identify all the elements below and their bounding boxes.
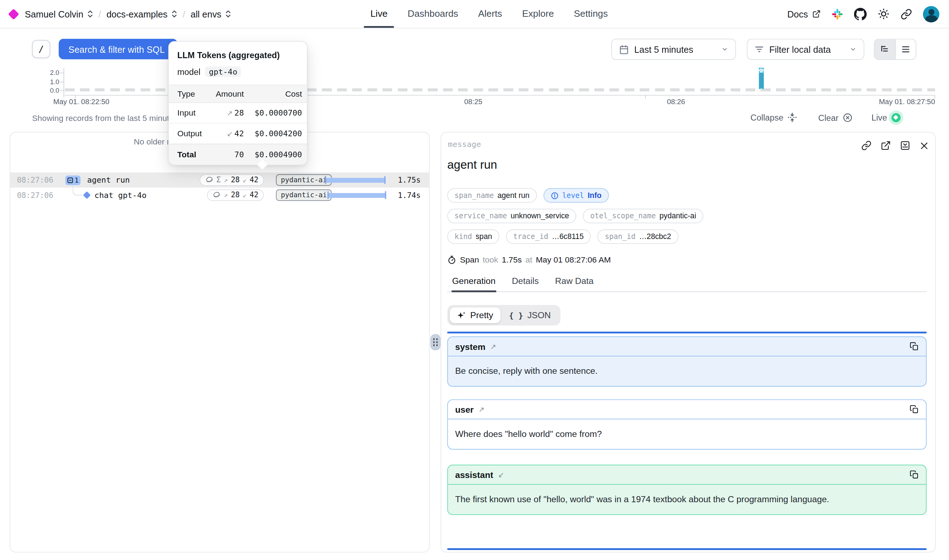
open-external-icon[interactable] <box>880 140 891 151</box>
x-axis-tick-label: 08:26 <box>667 97 685 106</box>
message-block-assistant: assistant ↙ The first known use of "hell… <box>448 465 927 515</box>
span-diamond-icon <box>83 191 91 199</box>
slack-icon[interactable] <box>832 8 843 20</box>
close-icon[interactable] <box>920 140 929 150</box>
theme-sun-icon[interactable] <box>878 8 890 20</box>
flat-list-button[interactable] <box>895 39 916 59</box>
search-shortcut-kbd[interactable]: / <box>32 40 50 58</box>
message-header: assistant ↙ <box>448 466 926 485</box>
tab-live[interactable]: Live <box>370 0 388 28</box>
copy-icon[interactable] <box>910 342 919 351</box>
col-cost: Cost <box>244 89 302 98</box>
duration-text: 1.75s <box>398 175 421 184</box>
records-histogram: 2.0 1.0 0.0 May 01. 08:22:50 08:25 08:26… <box>0 63 949 108</box>
chevron-down-icon <box>721 46 728 53</box>
tab-details[interactable]: Details <box>512 276 539 286</box>
row-cost: $0.0000700 <box>244 108 302 117</box>
pretty-label: Pretty <box>470 310 493 320</box>
attribute-pills-row: kind span trace_id …6c8115 span_id …28cb… <box>448 229 678 244</box>
took-at-word: at <box>526 255 532 264</box>
tree-connector <box>73 185 82 195</box>
detail-tabs: Generation Details Raw Data <box>448 276 927 292</box>
tab-explore[interactable]: Explore <box>522 0 554 28</box>
pill-value: unknown_service <box>511 212 569 220</box>
trace-row-chat-gpt4o[interactable]: 08:27:06 chat gpt-4o ↗28 ↙42 pydantic-ai… <box>10 188 429 203</box>
duration-bar <box>328 192 386 198</box>
clear-button[interactable]: Clear <box>818 113 853 123</box>
message-block-user: user ↗ Where does "hello world" come fro… <box>448 400 927 450</box>
tree-view-button[interactable] <box>874 39 895 59</box>
record-kind-label: message <box>448 140 481 149</box>
pill-value: pydantic-ai <box>660 212 697 220</box>
took-span-word: Span <box>460 255 479 264</box>
pill-level[interactable]: level Info <box>543 188 609 203</box>
tab-alerts[interactable]: Alerts <box>478 0 502 28</box>
pill-key: kind <box>455 232 472 241</box>
attribute-pills-row: service_name unknown_service otel_scope_… <box>448 209 704 223</box>
input-arrow-icon: ↗ <box>227 109 232 117</box>
pretty-toggle-button[interactable]: Pretty <box>449 308 500 323</box>
x-axis-start-label: May 01. 08:22:50 <box>53 97 109 106</box>
tab-dashboards[interactable]: Dashboards <box>408 0 458 28</box>
collapse-button[interactable]: Collapse <box>751 113 797 122</box>
role-label: user <box>455 405 474 414</box>
output-arrow-icon: ↙ <box>243 176 246 184</box>
filter-local-data-dropdown[interactable]: Filter local data <box>747 39 864 60</box>
tab-raw-data[interactable]: Raw Data <box>555 276 594 286</box>
pill-kind[interactable]: kind span <box>448 229 500 244</box>
user-avatar[interactable] <box>923 6 939 22</box>
x-axis-end-label: May 01. 08:27:50 <box>879 97 935 106</box>
input-arrow-icon: ↗ <box>224 191 228 198</box>
span-duration-line: Span took 1.75s at May 01 08:27:06 AM <box>448 255 611 264</box>
scope-tag[interactable]: pydantic-ai <box>276 174 332 186</box>
square-minus-icon <box>67 177 73 183</box>
coin-icon <box>205 175 213 184</box>
pill-span-name[interactable]: span_name agent run <box>448 188 537 203</box>
copy-icon[interactable] <box>910 470 919 479</box>
breadcrumb-org[interactable]: Samuel Colvin <box>25 9 93 19</box>
pill-otel-scope[interactable]: otel_scope_name pydantic-ai <box>583 209 703 223</box>
copy-link-icon[interactable] <box>861 140 872 151</box>
histogram-bar[interactable] <box>759 68 764 89</box>
time-range-dropdown[interactable]: Last 5 minutes <box>611 39 736 60</box>
tooltip-row-output: Output ↙42 $0.0004200 <box>169 123 307 144</box>
breadcrumb-project[interactable]: docs-examples <box>106 9 177 19</box>
pill-span-id[interactable]: span_id …28cbc2 <box>598 229 678 244</box>
github-icon[interactable] <box>854 8 867 20</box>
showing-records-text: Showing records from the last 5 minutes <box>32 114 178 123</box>
scope-tag[interactable]: pydantic-ai <box>276 189 332 200</box>
panel-resize-grip[interactable] <box>430 334 441 350</box>
stopwatch-icon <box>448 255 456 264</box>
pill-key: trace_id <box>514 232 548 241</box>
search-sql-button[interactable]: Search & filter with SQL <box>59 39 177 60</box>
took-word: took <box>483 255 498 264</box>
collapse-label: Collapse <box>751 113 783 122</box>
token-usage-pill[interactable]: ↗28 ↙42 <box>207 189 264 200</box>
updown-chevrons-icon <box>87 10 93 18</box>
pill-trace-id[interactable]: trace_id …6c8115 <box>506 229 591 244</box>
collapse-icon <box>788 113 797 122</box>
col-amount: Amount <box>215 89 244 98</box>
token-usage-pill[interactable]: Σ ↗28 ↙42 <box>200 174 264 186</box>
pill-key: otel_scope_name <box>591 212 656 220</box>
copy-icon[interactable] <box>910 405 919 414</box>
output-arrow-icon: ↙ <box>227 130 232 137</box>
output-tokens: 42 <box>250 191 258 199</box>
tab-generation[interactable]: Generation <box>452 276 495 286</box>
dock-panel-icon[interactable] <box>900 140 911 151</box>
collapse-children-badge[interactable]: 1 <box>65 175 80 185</box>
braces-icon: { } <box>509 311 523 320</box>
docs-link[interactable]: Docs <box>788 9 821 19</box>
span-name: agent run <box>87 175 130 184</box>
pill-service-name[interactable]: service_name unknown_service <box>448 209 577 223</box>
share-link-icon[interactable] <box>900 8 912 20</box>
span-detail-panel: message agent run span_name agent run le… <box>441 132 936 552</box>
tab-settings[interactable]: Settings <box>574 0 608 28</box>
json-toggle-button[interactable]: { } JSON <box>501 308 558 323</box>
chevron-down-icon <box>850 46 857 53</box>
live-toggle[interactable]: Live <box>872 113 900 122</box>
breadcrumb-env[interactable]: all envs <box>191 9 231 19</box>
pill-value: Info <box>588 191 601 200</box>
span-name: chat gpt-4o <box>95 191 147 199</box>
input-tokens: 28 <box>231 175 240 184</box>
